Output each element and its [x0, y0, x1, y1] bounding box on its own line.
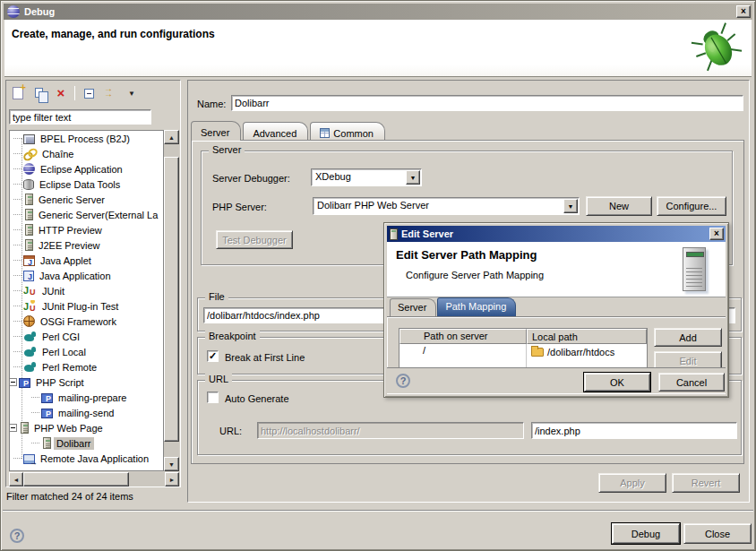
help-icon[interactable]: ?: [10, 529, 24, 543]
column-header-local-path[interactable]: Local path: [527, 329, 647, 344]
tree-item-label: Eclipse Application: [38, 163, 125, 176]
tree-item-junit[interactable]: JUnit: [10, 283, 163, 298]
tree-item-label: Remote Java Application: [38, 452, 151, 465]
filter-input[interactable]: [10, 110, 150, 124]
tree-item-java-applet[interactable]: Java Applet: [10, 253, 163, 268]
tab-server[interactable]: Server: [191, 121, 241, 141]
new-configuration-icon[interactable]: [10, 85, 26, 101]
tree-item-label: Chaîne: [39, 148, 76, 160]
tree-item-eclipse-application[interactable]: Eclipse Application: [10, 161, 163, 176]
dialog-help-icon[interactable]: ?: [396, 374, 410, 388]
horizontal-scroll-thumb[interactable]: [23, 472, 129, 486]
tree-item-mailing-send[interactable]: mailing-send: [10, 405, 163, 420]
tree-item-php-web-page[interactable]: PHP Web Page: [10, 420, 163, 435]
collapse-all-icon[interactable]: [81, 85, 97, 101]
tree-item-perl-cgi[interactable]: Perl CGI: [10, 329, 163, 344]
delete-configuration-icon[interactable]: ×: [53, 85, 69, 101]
tree-item-generic-server-external-la[interactable]: Generic Server(External La: [10, 207, 163, 222]
osgi-icon: [23, 315, 35, 327]
tree-connector: [13, 184, 21, 185]
collapse-expander-icon[interactable]: [9, 424, 17, 432]
dialog-tab-server[interactable]: Server: [390, 298, 436, 316]
tab-advanced[interactable]: Advanced: [243, 122, 308, 141]
php-file-icon: [41, 409, 53, 418]
remote-java-icon: [23, 454, 35, 464]
duplicate-configuration-icon[interactable]: [31, 85, 47, 101]
tree-vertical-scrollbar[interactable]: ▲ ▼: [164, 130, 179, 471]
chain-icon: [23, 148, 37, 160]
debug-bug-icon: [691, 22, 744, 73]
tree-item-junit-plug-in-test[interactable]: JUnit Plug-in Test: [10, 298, 163, 314]
menu-dropdown-icon[interactable]: ▼: [124, 85, 140, 101]
scroll-up-button[interactable]: ▲: [164, 130, 179, 144]
tree-item-label: JUnit Plug-in Test: [39, 300, 121, 313]
window-close-button[interactable]: ×: [736, 5, 751, 18]
filter-configurations-icon: [104, 87, 116, 99]
tree-item-mailing-prepare[interactable]: mailing-prepare: [10, 390, 163, 405]
dialog-tabs: ServerPath Mapping: [390, 297, 517, 316]
server-icon: [25, 209, 33, 220]
cancel-button[interactable]: Cancel: [658, 373, 725, 392]
tab-common[interactable]: Common: [310, 122, 385, 141]
table-icon: [320, 128, 330, 138]
php-icon: [19, 378, 30, 388]
filter-configurations-icon[interactable]: [102, 85, 118, 101]
tree-item-perl-remote[interactable]: Perl Remote: [10, 359, 163, 375]
tree-item-dolibarr[interactable]: Dolibarr: [10, 435, 163, 451]
close-button[interactable]: Close: [683, 523, 752, 544]
delete-configuration-icon: ×: [57, 87, 65, 99]
ok-button[interactable]: OK: [584, 373, 650, 392]
dialog-header: Edit Server Path Mapping Configure Serve…: [387, 242, 726, 297]
dialog-header-title: Edit Server Path Mapping: [396, 248, 537, 262]
tree-item-label: Generic Server(External La: [36, 209, 160, 221]
dialog-titlebar: Edit Server ×: [387, 226, 726, 242]
tree-item-php-script[interactable]: PHP Script: [10, 375, 163, 390]
add-mapping-button[interactable]: Add: [654, 328, 722, 347]
tree-item-label: Java Applet: [38, 254, 94, 267]
tree-item-cha-ne[interactable]: Chaîne: [10, 146, 163, 161]
tree-item-label: Generic Server: [36, 194, 107, 206]
tab-label: Common: [333, 128, 374, 139]
server-icon: [25, 194, 33, 205]
collapse-expander-icon[interactable]: [9, 378, 17, 386]
table-row[interactable]: //dolibarr/htdocs: [399, 344, 647, 360]
scroll-right-button[interactable]: ►: [165, 472, 179, 486]
configurations-toolbar: ×▼: [10, 83, 140, 103]
tree-item-http-preview[interactable]: HTTP Preview: [10, 222, 163, 237]
column-header-path-on-server[interactable]: Path on server: [399, 329, 527, 344]
tree-item-generic-server[interactable]: Generic Server: [10, 192, 163, 207]
tree-item-java-application[interactable]: Java Application: [10, 268, 163, 283]
tree-horizontal-scrollbar[interactable]: ◄ ►: [9, 472, 179, 486]
tree-connector: [13, 275, 21, 276]
dialog-tab-path-mapping[interactable]: Path Mapping: [437, 297, 516, 316]
scroll-left-button[interactable]: ◄: [9, 472, 23, 486]
eclipse-logo-icon: [7, 5, 20, 18]
debug-button[interactable]: Debug: [612, 523, 680, 544]
debug-configurations-window: Debug × Create, manage, and run configur…: [0, 0, 756, 551]
tree-item-j2ee-preview[interactable]: J2EE Preview: [10, 237, 163, 253]
php-file-icon: [41, 393, 53, 403]
local-path-cell: /dolibarr/htdocs: [527, 344, 647, 360]
tree-item-osgi-framework[interactable]: OSGi Framework: [10, 314, 163, 329]
java-icon: [23, 271, 34, 281]
tree-item-perl-local[interactable]: Perl Local: [10, 344, 163, 359]
vertical-scroll-thumb[interactable]: [164, 157, 179, 442]
tree-item-label: Perl Local: [39, 346, 89, 358]
menu-dropdown-icon: ▼: [128, 90, 135, 98]
tree-item-label: OSGi Framework: [38, 315, 119, 328]
computer-icon: [23, 134, 35, 144]
tree-item-label: PHP Script: [33, 376, 87, 389]
tab-label: Advanced: [253, 128, 296, 139]
tree-item-remote-java-application[interactable]: Remote Java Application: [10, 451, 163, 466]
dialog-close-button[interactable]: ×: [709, 228, 724, 240]
tree-item-label: J2EE Preview: [36, 239, 102, 252]
local-path-value: /dolibarr/htdocs: [547, 347, 614, 357]
window-title: Debug: [24, 6, 736, 17]
tree-connector: [13, 260, 21, 261]
name-input[interactable]: [232, 96, 743, 110]
tree-connector: [13, 245, 21, 245]
server-icon: [25, 224, 33, 236]
scroll-down-button[interactable]: ▼: [164, 457, 179, 471]
tree-item-eclipse-data-tools[interactable]: Eclipse Data Tools: [10, 176, 163, 192]
tree-item-bpel-process-b2j-[interactable]: BPEL Process (B2J): [10, 131, 163, 146]
